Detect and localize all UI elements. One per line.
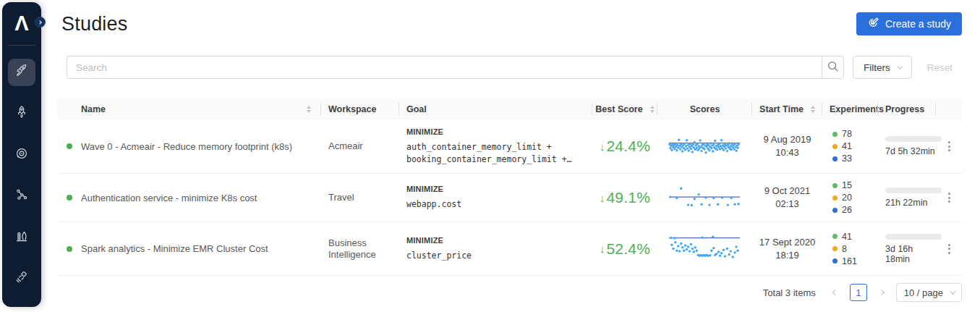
sidebar-nav: [8, 59, 35, 306]
page-header: Studies Create a study: [41, 0, 980, 35]
sidebar-collapse-button[interactable]: [35, 17, 46, 28]
progress-bar: [885, 234, 942, 240]
green-dot-icon: [832, 234, 838, 239]
arrow-down-icon: ↓: [600, 192, 605, 204]
pagination: Total 3 items 1 10 / page: [41, 283, 962, 302]
orbit-icon: [14, 146, 30, 164]
blue-dot-icon: [832, 208, 838, 213]
app-logo: Λ: [14, 11, 28, 35]
goal-expression: cluster_price: [406, 250, 472, 262]
workspace-name: Travel: [328, 192, 354, 203]
reset-button[interactable]: Reset: [927, 62, 953, 73]
table-row[interactable]: Authentication service - minimize K8s co…: [57, 174, 962, 222]
start-time: 17 Sept 202018:19: [752, 222, 822, 275]
workspace-name: Business Intelligence: [328, 237, 391, 261]
column-header-best-score[interactable]: Best Score: [592, 98, 657, 119]
table-row[interactable]: Wave 0 - Acmeair - Reduce memory footpri…: [57, 119, 962, 174]
sort-icon[interactable]: [811, 106, 815, 113]
page-size-select[interactable]: 10 / page: [896, 283, 962, 302]
studies-table: Name Workspace Goal Best Score Scores St…: [57, 98, 962, 276]
rocket-icon: [14, 104, 30, 123]
best-score: ↓ 49.1%: [592, 174, 657, 222]
orange-dot-icon: [832, 246, 838, 251]
best-score: ↓ 24.4%: [592, 119, 657, 173]
progress-bar: [885, 136, 942, 142]
goal-type: MINIMIZE: [406, 236, 443, 245]
status-dot: [67, 195, 72, 201]
experiments-counts: 78 41 33: [822, 119, 878, 173]
filters-button[interactable]: Filters: [853, 56, 912, 79]
scores-scatter-chart: [667, 233, 743, 265]
sidebar-item-rocket[interactable]: [8, 100, 35, 127]
scores-scatter-chart: [667, 182, 743, 214]
progress-duration: 3d 16h 18min: [885, 244, 936, 264]
more-actions-icon[interactable]: [945, 190, 953, 206]
chevron-right-icon: [879, 290, 885, 295]
column-header-progress: Progress: [878, 98, 936, 119]
sidebar-item-studies[interactable]: [8, 59, 35, 86]
sidebar-item-graph[interactable]: [8, 182, 35, 210]
graph-nodes-icon: [14, 187, 30, 206]
goal-expression: auth_container_memory_limit + booking_co…: [406, 141, 571, 166]
progress-duration: 7d 5h 32min: [885, 146, 935, 156]
study-name[interactable]: Authentication service - minimize K8s co…: [81, 193, 257, 203]
total-items-label: Total 3 items: [763, 287, 816, 298]
filters-label: Filters: [864, 62, 890, 73]
blue-dot-icon: [832, 258, 838, 263]
search-button[interactable]: [822, 56, 844, 79]
status-dot: [67, 246, 72, 252]
experiments-counts: 15 20 26: [822, 174, 878, 222]
study-name[interactable]: Spark analytics - Minimize EMR Cluster C…: [81, 243, 268, 254]
studies-rocket-icon: [14, 63, 30, 82]
sidebar-item-satellite[interactable]: [8, 265, 35, 292]
search-icon: [827, 60, 839, 75]
more-actions-icon[interactable]: [945, 241, 953, 257]
green-dot-icon: [832, 132, 838, 137]
page-number-button[interactable]: 1: [850, 284, 867, 301]
chevron-right-icon: [38, 20, 42, 25]
create-study-label: Create a study: [885, 18, 951, 30]
goal-type: MINIMIZE: [406, 127, 443, 136]
experiments-counts: 41 8 161: [822, 222, 878, 275]
sort-icon[interactable]: [307, 106, 311, 113]
search-group: [67, 56, 844, 79]
sort-icon[interactable]: [650, 106, 655, 113]
orange-dot-icon: [832, 195, 838, 201]
chevron-down-icon: [897, 63, 903, 69]
column-header-name[interactable]: Name: [57, 98, 321, 119]
column-header-goal: Goal: [399, 98, 592, 119]
more-actions-icon[interactable]: [945, 138, 953, 154]
search-input[interactable]: [67, 56, 822, 79]
green-dot-icon: [832, 183, 838, 188]
column-header-start-time[interactable]: Start Time: [752, 98, 822, 119]
sidebar-item-orbit[interactable]: [8, 141, 35, 169]
column-header-workspace: Workspace: [321, 98, 399, 119]
progress-duration: 21h 22min: [885, 198, 927, 208]
arrow-down-icon: ↓: [600, 140, 605, 153]
goal-expression: webapp.cost: [406, 198, 461, 211]
sidebar-item-launchpad[interactable]: [8, 224, 35, 251]
main-content: Studies Create a study Filters: [41, 0, 980, 312]
study-target-pencil-icon: [867, 17, 879, 31]
status-dot: [67, 143, 72, 149]
workspace-name: Acmeair: [328, 140, 363, 152]
arrow-down-icon: ↓: [600, 243, 605, 255]
orange-dot-icon: [832, 144, 838, 149]
table-header-row: Name Workspace Goal Best Score Scores St…: [57, 98, 962, 119]
chevron-left-icon: [832, 290, 838, 295]
study-name[interactable]: Wave 0 - Acmeair - Reduce memory footpri…: [81, 141, 292, 152]
table-row[interactable]: Spark analytics - Minimize EMR Cluster C…: [57, 222, 962, 276]
next-page-button[interactable]: [874, 284, 890, 300]
sidebar-divider: [8, 45, 35, 46]
progress: 21h 22min: [878, 174, 936, 222]
scores-scatter-chart: [667, 130, 743, 162]
progress-bar: [885, 187, 942, 193]
create-study-button[interactable]: Create a study: [856, 12, 962, 35]
column-header-scores: Scores: [657, 98, 752, 119]
goal-type: MINIMIZE: [406, 185, 443, 193]
start-time: 9 Aug 201910:43: [752, 119, 822, 173]
toolbar: Filters Reset: [67, 56, 962, 79]
progress: 3d 16h 18min: [878, 222, 936, 275]
prev-page-button[interactable]: [827, 284, 843, 300]
column-header-actions: [936, 98, 962, 119]
